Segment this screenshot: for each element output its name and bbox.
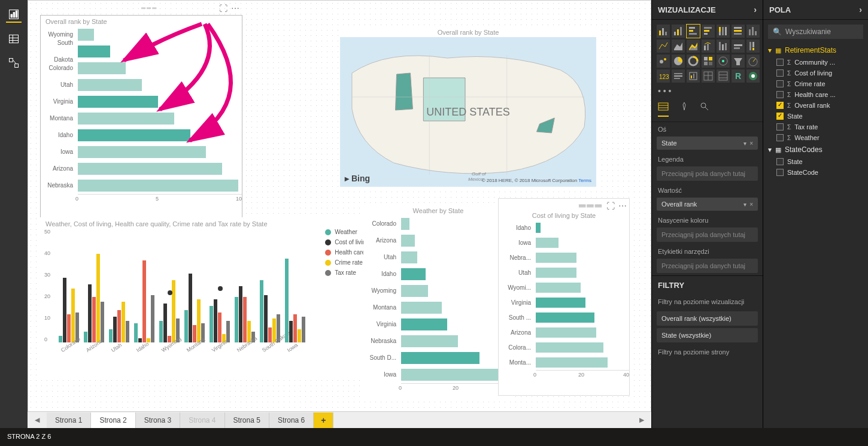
field-item[interactable]: ΣOverall rank [763, 100, 868, 111]
filter-item[interactable]: State (wszystkie) [657, 328, 758, 342]
well-dropzone[interactable]: Przeciągnij pola danych tutaj [657, 259, 758, 273]
bar[interactable] [71, 289, 75, 342]
more-options-icon[interactable]: ⋯ [618, 201, 627, 211]
more-visuals-icon[interactable]: • • • [652, 85, 763, 97]
filter-item[interactable]: Overall rank (wszystkie) [657, 311, 758, 326]
bar[interactable] [78, 129, 190, 141]
well-field-item[interactable]: State▾ × [657, 136, 758, 150]
visual-tile-overall-rank[interactable]: ═══⛶⋯Overall rank by StateWyomingSouth D… [40, 15, 242, 219]
viz-type-icon[interactable] [732, 40, 745, 53]
bar[interactable] [172, 280, 175, 342]
bar[interactable] [218, 312, 221, 342]
bar[interactable] [401, 318, 447, 330]
bar[interactable] [184, 310, 188, 342]
analytics-tab-icon[interactable] [700, 102, 709, 117]
bar[interactable] [134, 323, 138, 342]
report-view-icon[interactable] [6, 7, 22, 23]
viz-type-icon[interactable] [717, 69, 730, 83]
bar[interactable] [536, 238, 559, 248]
bar[interactable] [285, 259, 289, 342]
visual-tile-map[interactable]: Overall rank by StateUNITED STATES▸ Bing… [339, 26, 597, 190]
viz-type-icon[interactable] [657, 25, 670, 38]
bar[interactable] [302, 317, 305, 342]
bar[interactable] [63, 278, 66, 342]
field-item[interactable]: ΣCrime rate [763, 78, 868, 89]
field-item[interactable]: ΣCost of living [763, 68, 868, 78]
model-view-icon[interactable] [6, 55, 22, 71]
bar[interactable] [401, 352, 479, 364]
bar[interactable] [159, 321, 163, 342]
bar[interactable] [536, 327, 596, 338]
viz-type-icon[interactable] [746, 25, 760, 38]
bar[interactable] [226, 321, 230, 342]
well-dropzone[interactable]: Przeciągnij pola danych tutaj [657, 227, 758, 242]
bar[interactable] [210, 306, 213, 342]
bar[interactable] [59, 336, 62, 342]
bar[interactable] [401, 218, 409, 230]
page-tab[interactable]: Strona 5 [225, 412, 269, 428]
drag-handle-icon[interactable]: ═══ [579, 201, 603, 211]
bar[interactable] [401, 335, 458, 347]
bar[interactable] [78, 163, 222, 175]
bar[interactable] [536, 268, 576, 278]
bar[interactable] [142, 260, 146, 342]
collapse-icon[interactable]: › [859, 5, 862, 14]
fields-tab-icon[interactable] [658, 102, 669, 117]
bar[interactable] [92, 297, 96, 342]
field-item[interactable]: State [763, 156, 868, 167]
visual-tile-weather[interactable]: Weather by StateColoradoArizonaUtahIdaho… [363, 204, 513, 402]
bar[interactable] [78, 79, 142, 91]
bar[interactable] [78, 146, 206, 158]
bar[interactable] [113, 317, 117, 342]
visual-tile-cost-of-living[interactable]: ═══⛶⋯Cost of living by StateIdahoIowaNeb… [498, 198, 630, 396]
viz-type-icon[interactable] [702, 25, 715, 38]
bar[interactable] [78, 96, 158, 108]
table-header[interactable]: ▾▦RetirementStats [763, 44, 868, 57]
bar[interactable] [401, 285, 428, 297]
viz-type-icon[interactable] [732, 54, 745, 68]
viz-type-icon[interactable] [702, 69, 715, 83]
bar[interactable] [536, 283, 581, 293]
field-item[interactable]: ΣWeather [763, 132, 868, 143]
report-canvas[interactable]: ═══⛶⋯Overall rank by StateWyomingSouth D… [28, 0, 651, 413]
bar[interactable] [536, 357, 608, 368]
viz-type-icon[interactable] [657, 54, 670, 68]
viz-type-icon[interactable] [732, 25, 745, 38]
bar[interactable] [401, 369, 506, 381]
page-tab[interactable]: Strona 4 [180, 412, 224, 428]
focus-mode-icon[interactable]: ⛶ [606, 201, 615, 211]
viz-type-icon[interactable] [687, 69, 700, 83]
bar[interactable] [88, 284, 92, 342]
bar[interactable] [401, 235, 415, 247]
viz-type-icon[interactable] [657, 40, 670, 53]
bar[interactable] [163, 304, 167, 342]
viz-type-icon[interactable] [672, 69, 685, 83]
field-item[interactable]: ΣHealth care ... [763, 89, 868, 100]
page-tab[interactable]: Strona 3 [136, 412, 180, 428]
bar[interactable] [117, 310, 121, 342]
field-item[interactable]: ΣCommunity ... [763, 57, 868, 68]
bar[interactable] [78, 45, 110, 57]
field-item[interactable]: StateCode [763, 167, 868, 178]
bar[interactable] [401, 302, 442, 314]
well-dropzone[interactable]: Przeciągnij pola danych tutaj [657, 166, 758, 181]
bar[interactable] [536, 342, 603, 353]
viz-type-icon[interactable] [717, 40, 730, 53]
viz-type-icon[interactable] [672, 54, 685, 68]
bar[interactable] [101, 302, 104, 342]
field-item[interactable]: State [763, 111, 868, 122]
viz-type-icon[interactable] [746, 40, 760, 53]
data-view-icon[interactable] [6, 31, 22, 47]
bar[interactable] [84, 332, 87, 342]
bar[interactable] [138, 338, 142, 342]
table-header[interactable]: ▾▦StateCodes [763, 143, 868, 156]
bar[interactable] [197, 299, 201, 342]
drag-handle-icon[interactable]: ═══ [141, 5, 157, 11]
viz-type-icon[interactable]: 123 [657, 69, 670, 83]
bar[interactable] [239, 286, 242, 342]
viz-type-icon[interactable] [687, 40, 700, 53]
bar[interactable] [260, 280, 263, 342]
viz-type-icon[interactable] [717, 25, 730, 38]
bar[interactable] [536, 253, 576, 263]
viz-type-icon[interactable] [746, 69, 760, 83]
